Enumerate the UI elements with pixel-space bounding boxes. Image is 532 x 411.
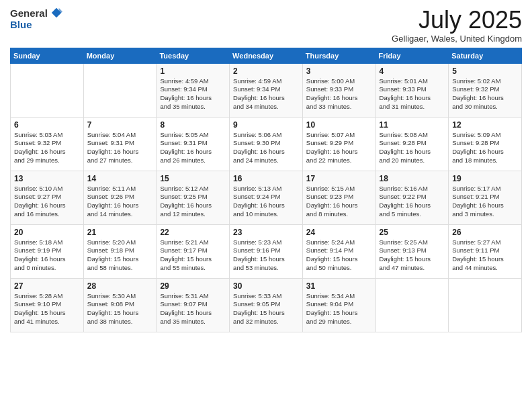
day-info: Sunrise: 5:10 AM Sunset: 9:27 PM Dayligh… xyxy=(14,185,80,219)
day-number: 26 xyxy=(452,228,518,237)
weekday-header: Saturday xyxy=(449,48,522,63)
day-number: 30 xyxy=(233,281,299,291)
title-area: July 2025 Gelligaer, Wales, United Kingd… xyxy=(392,7,522,44)
day-info: Sunrise: 5:03 AM Sunset: 9:32 PM Dayligh… xyxy=(14,131,80,165)
weekday-header: Monday xyxy=(83,48,157,63)
day-number: 12 xyxy=(452,120,518,130)
day-number: 25 xyxy=(380,228,445,237)
calendar-cell: 9Sunrise: 5:06 AM Sunset: 9:30 PM Daylig… xyxy=(230,117,303,171)
calendar-header-row: SundayMondayTuesdayWednesdayThursdayFrid… xyxy=(11,48,522,63)
day-info: Sunrise: 5:21 AM Sunset: 9:17 PM Dayligh… xyxy=(160,238,226,273)
calendar-cell: 20Sunrise: 5:18 AM Sunset: 9:19 PM Dayli… xyxy=(11,224,84,278)
day-number: 6 xyxy=(14,120,80,130)
day-info: Sunrise: 5:34 AM Sunset: 9:04 PM Dayligh… xyxy=(306,292,372,326)
day-number: 31 xyxy=(306,281,372,291)
calendar-cell xyxy=(83,63,157,117)
svg-marker-1 xyxy=(58,8,62,15)
calendar-cell: 17Sunrise: 5:15 AM Sunset: 9:23 PM Dayli… xyxy=(302,171,375,224)
day-info: Sunrise: 5:25 AM Sunset: 9:13 PM Dayligh… xyxy=(380,238,445,273)
day-info: Sunrise: 5:20 AM Sunset: 9:18 PM Dayligh… xyxy=(87,238,153,273)
day-info: Sunrise: 5:01 AM Sunset: 9:33 PM Dayligh… xyxy=(380,77,445,111)
day-info: Sunrise: 5:17 AM Sunset: 9:21 PM Dayligh… xyxy=(452,185,518,219)
day-number: 17 xyxy=(306,174,372,183)
calendar-cell: 28Sunrise: 5:30 AM Sunset: 9:08 PM Dayli… xyxy=(83,278,157,332)
day-info: Sunrise: 5:24 AM Sunset: 9:14 PM Dayligh… xyxy=(306,238,372,273)
calendar-cell: 7Sunrise: 5:04 AM Sunset: 9:31 PM Daylig… xyxy=(83,117,157,171)
calendar-cell: 22Sunrise: 5:21 AM Sunset: 9:17 PM Dayli… xyxy=(157,224,230,278)
day-number: 8 xyxy=(160,120,226,130)
calendar-cell: 8Sunrise: 5:05 AM Sunset: 9:31 PM Daylig… xyxy=(157,117,230,171)
day-info: Sunrise: 5:12 AM Sunset: 9:25 PM Dayligh… xyxy=(160,185,226,219)
day-number: 24 xyxy=(306,228,372,237)
day-info: Sunrise: 5:18 AM Sunset: 9:19 PM Dayligh… xyxy=(14,238,80,273)
day-info: Sunrise: 5:00 AM Sunset: 9:33 PM Dayligh… xyxy=(306,77,372,111)
calendar-week-row: 6Sunrise: 5:03 AM Sunset: 9:32 PM Daylig… xyxy=(11,117,522,171)
calendar-cell xyxy=(449,278,522,332)
day-info: Sunrise: 5:05 AM Sunset: 9:31 PM Dayligh… xyxy=(160,131,226,165)
weekday-header: Tuesday xyxy=(157,48,230,63)
day-info: Sunrise: 5:33 AM Sunset: 9:05 PM Dayligh… xyxy=(233,292,299,326)
weekday-header: Sunday xyxy=(11,48,84,63)
day-number: 2 xyxy=(233,66,299,76)
month-title: July 2025 xyxy=(392,7,522,34)
calendar-cell: 31Sunrise: 5:34 AM Sunset: 9:04 PM Dayli… xyxy=(302,278,375,332)
calendar-cell: 29Sunrise: 5:31 AM Sunset: 9:07 PM Dayli… xyxy=(157,278,230,332)
day-info: Sunrise: 5:30 AM Sunset: 9:08 PM Dayligh… xyxy=(87,292,153,326)
calendar-cell: 2Sunrise: 4:59 AM Sunset: 9:34 PM Daylig… xyxy=(230,63,303,117)
calendar-cell: 1Sunrise: 4:59 AM Sunset: 9:34 PM Daylig… xyxy=(157,63,230,117)
day-number: 28 xyxy=(87,281,153,291)
calendar-cell: 4Sunrise: 5:01 AM Sunset: 9:33 PM Daylig… xyxy=(375,63,449,117)
day-info: Sunrise: 5:04 AM Sunset: 9:31 PM Dayligh… xyxy=(87,131,153,165)
calendar-cell: 14Sunrise: 5:11 AM Sunset: 9:26 PM Dayli… xyxy=(83,171,157,224)
day-info: Sunrise: 5:11 AM Sunset: 9:26 PM Dayligh… xyxy=(87,185,153,219)
calendar-cell: 23Sunrise: 5:23 AM Sunset: 9:16 PM Dayli… xyxy=(230,224,303,278)
day-number: 20 xyxy=(14,228,80,237)
day-info: Sunrise: 5:16 AM Sunset: 9:22 PM Dayligh… xyxy=(380,185,445,219)
day-info: Sunrise: 5:31 AM Sunset: 9:07 PM Dayligh… xyxy=(160,292,226,326)
calendar-cell: 6Sunrise: 5:03 AM Sunset: 9:32 PM Daylig… xyxy=(11,117,84,171)
calendar: SundayMondayTuesdayWednesdayThursdayFrid… xyxy=(10,48,522,332)
logo-icon xyxy=(50,7,62,19)
location: Gelligaer, Wales, United Kingdom xyxy=(392,34,522,44)
calendar-cell: 24Sunrise: 5:24 AM Sunset: 9:14 PM Dayli… xyxy=(302,224,375,278)
day-number: 22 xyxy=(160,228,226,237)
calendar-cell: 18Sunrise: 5:16 AM Sunset: 9:22 PM Dayli… xyxy=(375,171,449,224)
weekday-header: Thursday xyxy=(302,48,375,63)
calendar-cell: 11Sunrise: 5:08 AM Sunset: 9:28 PM Dayli… xyxy=(375,117,449,171)
day-number: 18 xyxy=(380,174,445,183)
logo-blue: Blue xyxy=(10,19,32,30)
day-number: 11 xyxy=(380,120,445,130)
day-number: 15 xyxy=(160,174,226,183)
weekday-header: Wednesday xyxy=(230,48,303,63)
calendar-cell: 13Sunrise: 5:10 AM Sunset: 9:27 PM Dayli… xyxy=(11,171,84,224)
day-number: 10 xyxy=(306,120,372,130)
day-number: 27 xyxy=(14,281,80,291)
day-info: Sunrise: 5:07 AM Sunset: 9:29 PM Dayligh… xyxy=(306,131,372,165)
day-number: 13 xyxy=(14,174,80,183)
day-number: 14 xyxy=(87,174,153,183)
day-number: 5 xyxy=(452,66,518,76)
calendar-cell: 27Sunrise: 5:28 AM Sunset: 9:10 PM Dayli… xyxy=(11,278,84,332)
calendar-cell: 30Sunrise: 5:33 AM Sunset: 9:05 PM Dayli… xyxy=(230,278,303,332)
calendar-cell: 25Sunrise: 5:25 AM Sunset: 9:13 PM Dayli… xyxy=(375,224,449,278)
calendar-cell xyxy=(11,63,84,117)
day-info: Sunrise: 5:23 AM Sunset: 9:16 PM Dayligh… xyxy=(233,238,299,273)
calendar-week-row: 1Sunrise: 4:59 AM Sunset: 9:34 PM Daylig… xyxy=(11,63,522,117)
calendar-cell: 10Sunrise: 5:07 AM Sunset: 9:29 PM Dayli… xyxy=(302,117,375,171)
day-info: Sunrise: 5:15 AM Sunset: 9:23 PM Dayligh… xyxy=(306,185,372,219)
day-info: Sunrise: 5:06 AM Sunset: 9:30 PM Dayligh… xyxy=(233,131,299,165)
day-number: 9 xyxy=(233,120,299,130)
day-info: Sunrise: 5:13 AM Sunset: 9:24 PM Dayligh… xyxy=(233,185,299,219)
calendar-cell: 12Sunrise: 5:09 AM Sunset: 9:28 PM Dayli… xyxy=(449,117,522,171)
day-info: Sunrise: 5:27 AM Sunset: 9:11 PM Dayligh… xyxy=(452,238,518,273)
day-number: 21 xyxy=(87,228,153,237)
calendar-cell: 21Sunrise: 5:20 AM Sunset: 9:18 PM Dayli… xyxy=(83,224,157,278)
logo-general: General xyxy=(10,7,48,19)
day-number: 23 xyxy=(233,228,299,237)
logo: General Blue xyxy=(10,7,62,30)
calendar-cell: 15Sunrise: 5:12 AM Sunset: 9:25 PM Dayli… xyxy=(157,171,230,224)
calendar-week-row: 20Sunrise: 5:18 AM Sunset: 9:19 PM Dayli… xyxy=(11,224,522,278)
day-info: Sunrise: 5:08 AM Sunset: 9:28 PM Dayligh… xyxy=(380,131,445,165)
calendar-cell: 26Sunrise: 5:27 AM Sunset: 9:11 PM Dayli… xyxy=(449,224,522,278)
day-number: 19 xyxy=(452,174,518,183)
